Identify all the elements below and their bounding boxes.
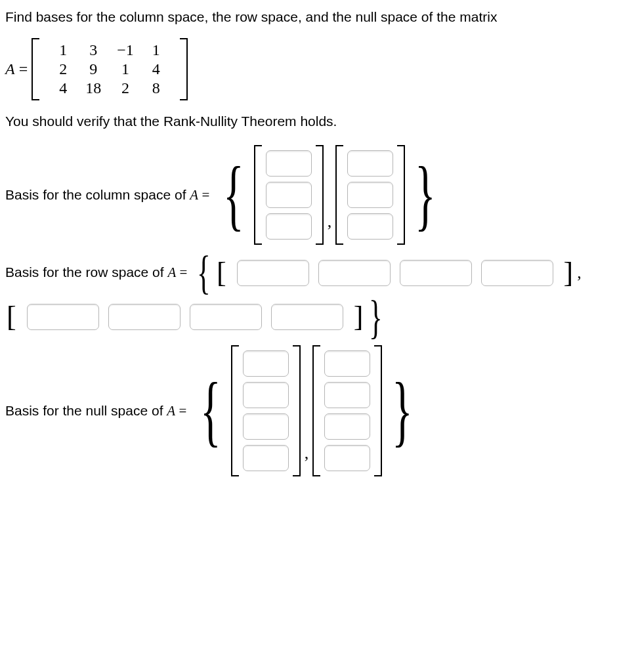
left-bracket-icon [32,38,39,100]
left-bracket-icon [312,345,320,476]
verify-text: You should verify that the Rank-Nullity … [5,114,633,129]
nullspace-vec2-entry2[interactable] [324,382,370,408]
left-brace-icon: { [223,163,244,226]
right-bracket-icon [293,345,301,476]
colspace-vec1-entry3[interactable] [266,213,312,240]
colspace-vec2-entry1[interactable] [347,150,393,177]
right-brace-icon: } [392,379,413,442]
rowspace-vec1-entry1[interactable] [237,260,309,286]
comma: , [574,263,584,283]
matrix-A-table: 1 3 −1 1 2 9 1 4 4 18 2 8 [49,41,171,98]
A-symbol: A [167,264,176,280]
nullspace-vec2-entry3[interactable] [324,413,370,440]
comma: , [325,212,335,245]
row-space-answer-line2: [ ] } [5,299,633,337]
right-bracket-icon: ] [352,303,365,331]
rowspace-vec2-entry1[interactable] [27,304,99,330]
matrix-cell: 1 [142,41,171,60]
right-bracket-icon [397,145,405,245]
rowspace-vec1-entry2[interactable] [318,260,391,286]
nullspace-label: Basis for the null space of [5,403,167,418]
matrix-cell: 1 [109,60,142,79]
nullspace-vec2-entry4[interactable] [324,445,370,471]
right-brace-icon: } [415,163,436,226]
matrix-A-definition: A = 1 3 −1 1 2 9 1 4 4 18 [5,38,188,100]
rowspace-vec2-entry2[interactable] [108,304,181,330]
matrix-cell: 4 [142,60,171,79]
comma: , [302,444,312,476]
row-space-answer: Basis for the row space of A = { [ ] , [5,254,633,292]
equals-sign: = [198,187,209,203]
column-space-answer: Basis for the column space of A = { , } [5,145,633,245]
colspace-vec2-entry2[interactable] [347,182,393,208]
matrix-cell: 1 [49,41,77,60]
colspace-vec1-entry1[interactable] [266,150,312,177]
matrix-cell: 2 [49,60,77,79]
left-brace-icon: { [200,379,221,442]
rowspace-label: Basis for the row space of [5,264,167,280]
colspace-vec2-entry3[interactable] [347,213,393,240]
right-bracket-icon [374,345,382,476]
matrix-cell: 8 [142,79,171,98]
rowspace-vec2-entry3[interactable] [190,304,262,330]
nullspace-vec1-entry3[interactable] [243,413,289,440]
matrix-cell: 18 [77,79,109,98]
left-bracket-icon [254,145,262,245]
equals-sign: = [176,264,187,280]
right-bracket-icon [316,145,324,245]
matrix-cell: 4 [49,79,77,98]
rowspace-vec2-entry4[interactable] [271,304,343,330]
left-bracket-icon: [ [5,303,18,331]
colspace-vec1-entry2[interactable] [266,182,312,208]
A-symbol: A [190,187,198,203]
nullspace-vec1-entry4[interactable] [243,445,289,471]
A-symbol: A [167,403,175,419]
rowspace-vec1-entry3[interactable] [400,260,472,286]
rowspace-vec1-entry4[interactable] [481,260,553,286]
colspace-label: Basis for the column space of [5,187,190,202]
right-bracket-icon [180,38,188,100]
nullspace-vec1-entry1[interactable] [243,350,289,377]
matrix-cell: −1 [109,41,142,60]
null-space-answer: Basis for the null space of A = { , [5,345,633,476]
right-brace-icon: } [369,299,383,337]
nullspace-vec2-entry1[interactable] [324,350,370,377]
left-bracket-icon [231,345,239,476]
intro-text: Find bases for the column space, the row… [5,9,633,25]
left-brace-icon: { [197,254,211,292]
matrix-cell: 9 [77,60,109,79]
equals-sign: = [175,403,186,419]
left-bracket-icon: [ [215,259,228,287]
right-bracket-icon: ] [563,259,575,287]
matrix-cell: 2 [109,79,142,98]
left-bracket-icon [335,145,343,245]
nullspace-vec1-entry2[interactable] [243,382,289,408]
matrix-cell: 3 [77,41,109,60]
matrix-name: A [5,60,15,77]
